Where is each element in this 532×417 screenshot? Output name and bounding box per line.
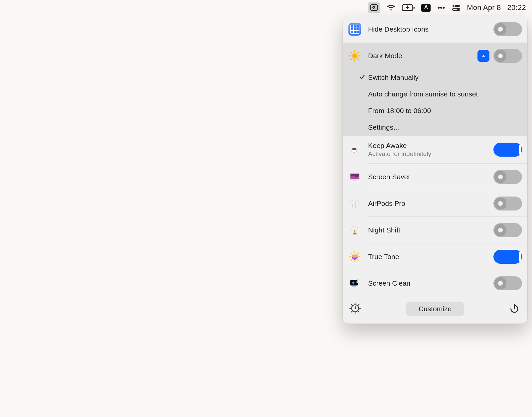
dark-mode-disclosure[interactable] (477, 50, 489, 62)
row-hide-desktop: Hide Desktop Icons (343, 16, 527, 43)
screen-clean-toggle[interactable] (493, 276, 522, 290)
svg-rect-25 (353, 233, 357, 234)
true-tone-icon (347, 249, 362, 264)
true-tone-label: True Tone (368, 253, 487, 261)
keep-awake-toggle[interactable] (493, 143, 522, 157)
row-keep-awake: Keep Awake Activate for indefinitely (343, 136, 527, 164)
svg-point-4 (440, 7, 442, 9)
dark-mode-option-auto-label: Auto change from sunrise to sunset (368, 90, 478, 98)
dark-mode-option-manual[interactable]: Switch Manually (343, 69, 527, 86)
menubar-date[interactable]: Mon Apr 8 (467, 3, 501, 12)
onemenu-menubar-icon[interactable] (368, 2, 380, 13)
screen-saver-label: Screen Saver (368, 173, 487, 181)
svg-line-31 (357, 259, 358, 260)
dark-mode-option-settings-label: Settings... (368, 123, 399, 131)
lamp-icon (347, 223, 362, 237)
svg-point-10 (352, 53, 357, 59)
svg-line-30 (351, 253, 352, 254)
svg-line-47 (358, 304, 359, 305)
dark-mode-option-schedule-label: From 18:00 to 06:00 (368, 107, 431, 115)
row-dark-mode: Dark Mode (343, 43, 527, 69)
airpods-toggle[interactable] (493, 197, 522, 210)
dark-mode-option-settings[interactable]: Settings... (343, 119, 527, 136)
more-icon[interactable] (437, 3, 446, 12)
dark-mode-group: Dark Mode Switch Manually Auto change fr… (343, 43, 527, 136)
keep-awake-sublabel: Activate for indefinitely (368, 150, 487, 158)
svg-rect-6 (453, 5, 460, 7)
svg-rect-2 (414, 7, 415, 9)
panel-footer: Customize (343, 297, 527, 324)
svg-point-7 (454, 5, 455, 6)
dark-mode-label: Dark Mode (368, 52, 471, 60)
row-screen-saver: Screen Saver (343, 164, 527, 190)
svg-point-3 (438, 7, 440, 9)
airpods-label: AirPods Pro (368, 200, 487, 208)
svg-point-20 (352, 148, 357, 150)
row-night-shift: Night Shift (343, 217, 527, 243)
power-icon[interactable] (509, 303, 519, 315)
svg-rect-37 (352, 286, 356, 287)
check-icon (358, 73, 366, 82)
dark-mode-option-manual-label: Switch Manually (368, 73, 419, 81)
night-shift-toggle[interactable] (493, 223, 522, 237)
svg-line-32 (357, 253, 358, 254)
svg-line-15 (351, 52, 352, 53)
menubar: A Mon Apr 8 20:22 (362, 0, 532, 15)
screen-clean-label: Screen Clean (368, 279, 487, 287)
svg-rect-24 (354, 230, 355, 233)
keep-awake-label: Keep Awake (368, 142, 487, 150)
dark-mode-option-auto[interactable]: Auto change from sunrise to sunset (343, 86, 527, 102)
row-true-tone: True Tone (343, 243, 527, 270)
svg-point-5 (443, 7, 445, 9)
screen-clean-icon (347, 276, 362, 291)
app-grid-icon (347, 22, 362, 37)
svg-rect-23 (353, 180, 357, 181)
dark-mode-toggle[interactable] (493, 49, 522, 63)
svg-line-18 (351, 59, 352, 60)
svg-point-36 (352, 282, 354, 284)
keyboard-layout-icon[interactable]: A (421, 4, 431, 12)
wifi-icon[interactable] (387, 3, 395, 12)
menubar-time[interactable]: 20:22 (507, 3, 526, 12)
settings-gear-icon[interactable] (349, 303, 361, 316)
battery-charging-icon[interactable] (402, 4, 415, 12)
control-panel: Hide Desktop Icons (343, 16, 527, 324)
svg-line-17 (357, 52, 359, 53)
hide-desktop-toggle[interactable] (493, 22, 522, 36)
svg-line-48 (351, 311, 352, 312)
true-tone-toggle[interactable] (493, 250, 522, 264)
svg-line-45 (351, 304, 352, 305)
control-center-icon[interactable] (452, 3, 461, 12)
hide-desktop-label: Hide Desktop Icons (368, 25, 487, 33)
screensaver-icon (347, 170, 362, 184)
row-airpods: AirPods Pro (343, 190, 527, 217)
dark-mode-option-schedule[interactable]: From 18:00 to 06:00 (343, 102, 527, 119)
svg-point-9 (458, 9, 459, 10)
svg-line-33 (351, 259, 352, 260)
night-shift-label: Night Shift (368, 226, 487, 234)
coffee-icon (347, 142, 362, 157)
airpods-icon (347, 196, 362, 211)
svg-rect-8 (453, 8, 460, 10)
row-screen-clean: Screen Clean (343, 270, 527, 297)
customize-button[interactable]: Customize (406, 302, 464, 316)
screen-saver-toggle[interactable] (493, 170, 522, 184)
svg-line-16 (357, 59, 359, 60)
svg-line-46 (358, 311, 359, 312)
sun-icon (347, 49, 362, 63)
